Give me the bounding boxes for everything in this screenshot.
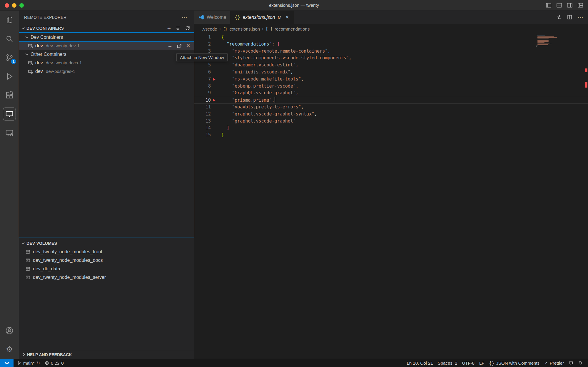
more-actions-icon[interactable]: ⋯ [577, 14, 583, 20]
volume-name: dev_twenty_node_modules_server [33, 275, 106, 280]
volume-row[interactable]: dev_twenty_node_modules_docs [19, 256, 194, 264]
line-number: 8 [194, 83, 211, 90]
code-line-2[interactable]: 2 "recommendations": [ [194, 41, 588, 48]
code-line-10[interactable]: 10 "prisma.prisma", [194, 97, 588, 104]
sidebar-remote-explorer: REMOTE EXPLORER ⋯ DEV CONTAINERS + Dev C… [19, 11, 194, 359]
dev-volumes-pane-title: DEV VOLUMES [26, 241, 190, 246]
formatter-item[interactable]: ✓ Prettier [542, 361, 566, 366]
run-and-debug-icon[interactable] [0, 67, 19, 86]
container-description: dev-postgres-1 [46, 69, 75, 74]
dev-containers-tree: Dev Containers dev dev-twenty-dev-1 → ✕ … [19, 32, 194, 237]
tree-item-dev-postgres-1[interactable]: dev dev-postgres-1 [19, 67, 194, 76]
accounts-icon[interactable] [0, 321, 19, 340]
new-container-icon[interactable]: + [167, 25, 171, 31]
warning-icon [55, 361, 59, 365]
code-line-3[interactable]: 3 "ms-vscode-remote.remote-containers", [194, 48, 588, 55]
customize-layout-icon[interactable] [577, 2, 583, 8]
dev-volumes-pane-header[interactable]: DEV VOLUMES [19, 239, 194, 247]
remote-targets-icon[interactable] [0, 123, 19, 142]
source-control-icon[interactable]: 1 [0, 48, 19, 67]
tooltip-attach-in-new-window: Attach in New Window [176, 53, 228, 61]
language-mode-label: JSON with Comments [496, 361, 540, 366]
sidebar-more-actions-icon[interactable]: ⋯ [181, 14, 187, 20]
code-line-9[interactable]: 9 "GraphQL.vscode-graphql", [194, 90, 588, 97]
code-line-1[interactable]: 1{ [194, 34, 588, 41]
encoding-item[interactable]: UTF-8 [460, 361, 477, 366]
remote-indicator[interactable]: >< [0, 359, 14, 367]
minimize-window-button[interactable] [12, 3, 16, 8]
breadcrumb-folder[interactable]: .vscode [202, 26, 217, 31]
attach-container-icon[interactable]: → [168, 43, 173, 48]
feedback-icon[interactable] [566, 361, 576, 366]
search-icon[interactable] [0, 29, 19, 48]
volume-row[interactable]: dev_db_data [19, 264, 194, 273]
chevron-down-icon [21, 241, 26, 246]
titlebar: extensions.json — twenty [0, 0, 588, 11]
code-editor[interactable]: 1{2 "recommendations": [3 "ms-vscode-rem… [194, 34, 588, 359]
code-line-8[interactable]: 8 "esbenp.prettier-vscode", [194, 83, 588, 90]
gutter [211, 111, 221, 118]
code-text: "recommendations": [ [221, 41, 280, 48]
code-line-13[interactable]: 13 "graphql.vscode-graphql" [194, 118, 588, 125]
help-and-feedback-pane-header[interactable]: HELP AND FEEDBACK [19, 350, 194, 359]
code-line-12[interactable]: 12 "graphql.vscode-graphql-syntax", [194, 111, 588, 118]
code-line-7[interactable]: 7 "ms-vscode.makefile-tools", [194, 76, 588, 83]
zoom-window-button[interactable] [19, 3, 24, 8]
code-text: "ms-vscode-remote.remote-containers", [221, 48, 330, 55]
toggle-secondary-sidebar-icon[interactable] [567, 2, 573, 8]
tab-bar: Welcome {} extensions.json M ✕ ⋯ [194, 11, 588, 24]
volume-row[interactable]: dev_twenty_node_modules_server [19, 273, 194, 281]
stop-container-icon[interactable]: ✕ [186, 43, 190, 48]
volume-row[interactable]: dev_twenty_node_modules_front [19, 247, 194, 256]
explorer-icon[interactable] [0, 11, 19, 29]
eol-item[interactable]: LF [477, 361, 487, 366]
open-changes-icon[interactable] [556, 14, 562, 20]
close-tab-icon[interactable]: ✕ [285, 14, 289, 20]
dev-containers-pane-header[interactable]: DEV CONTAINERS + [19, 24, 194, 32]
notifications-bell-icon[interactable] [576, 361, 585, 366]
code-line-15[interactable]: 15} [194, 132, 588, 139]
problems-item[interactable]: 0 0 [42, 361, 66, 366]
code-line-11[interactable]: 11 "yoavbls.pretty-ts-errors", [194, 104, 588, 111]
git-branch-item[interactable]: main* ↻ [15, 361, 42, 366]
window-title: extensions.json — twenty [0, 3, 588, 8]
code-line-14[interactable]: 14 ] [194, 125, 588, 132]
breadcrumb-symbol[interactable]: recommendations [275, 26, 310, 31]
line-number: 5 [194, 62, 211, 69]
minimap-line [537, 44, 548, 45]
toggle-panel-icon[interactable] [556, 2, 562, 8]
close-window-button[interactable] [5, 3, 9, 8]
tree-item-dev-twenty-docs-1[interactable]: dev dev-twenty-docs-1 [19, 58, 194, 67]
indentation-item[interactable]: Spaces: 2 [435, 361, 460, 366]
sync-icon: ↻ [36, 361, 40, 366]
minimap[interactable] [536, 35, 557, 47]
volume-icon [25, 266, 31, 272]
editor-actions: ⋯ [556, 11, 583, 24]
attach-new-window-icon[interactable] [177, 43, 182, 48]
extensions-icon[interactable] [0, 86, 19, 105]
split-editor-icon[interactable] [567, 14, 572, 20]
toggle-primary-sidebar-icon[interactable] [546, 2, 552, 8]
tab-welcome[interactable]: Welcome [194, 11, 230, 24]
breadcrumb-file[interactable]: extensions.json [230, 26, 260, 31]
code-line-6[interactable]: 6 "unifiedjs.vscode-mdx", [194, 69, 588, 76]
git-modified-badge: M [278, 15, 282, 20]
code-text: } [221, 132, 224, 139]
code-line-5[interactable]: 5 "dbaeumer.vscode-eslint", [194, 62, 588, 69]
minimap-line [536, 46, 537, 47]
language-mode-item[interactable]: {} JSON with Comments [487, 361, 542, 366]
remote-explorer-icon[interactable] [0, 105, 19, 123]
filter-icon[interactable] [175, 26, 181, 31]
settings-gear-icon[interactable]: ⚙ [0, 340, 19, 359]
tab-extensions-json[interactable]: {} extensions.json M ✕ [230, 11, 293, 24]
breadcrumb: .vscode › {} extensions.json › [ ] recom… [194, 24, 588, 34]
tree-group-dev-containers[interactable]: Dev Containers [19, 33, 194, 41]
tree-item-dev-twenty-dev-1[interactable]: dev dev-twenty-dev-1 → ✕ [19, 41, 194, 50]
chevron-down-icon [21, 26, 26, 31]
json-braces-icon: {} [223, 27, 228, 31]
refresh-icon[interactable] [185, 26, 190, 31]
code-line-4[interactable]: 4 "styled-components.vscode-styled-compo… [194, 55, 588, 62]
cursor-position-item[interactable]: Ln 10, Col 21 [404, 361, 435, 366]
branch-name: main* [23, 361, 34, 366]
tree-group-other-containers[interactable]: Other Containers [19, 50, 194, 58]
